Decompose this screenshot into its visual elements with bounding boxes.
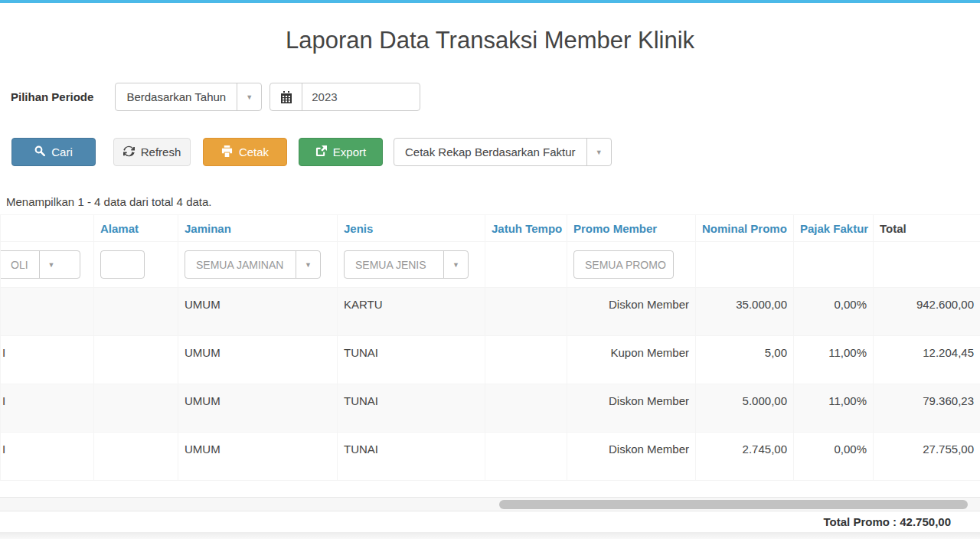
chevron-down-icon: ▼: [39, 251, 64, 278]
cetak-button[interactable]: Cetak: [203, 138, 287, 166]
period-label: Pilihan Periode: [11, 90, 93, 103]
result-summary: Menampilkan 1 - 4 data dari total 4 data…: [6, 195, 980, 209]
cell-alamat: [94, 384, 178, 433]
cell-first: I: [1, 384, 94, 433]
jaminan-filter-select[interactable]: SEMUA JAMINAN ▼: [185, 250, 321, 279]
column-header-jatuh-tempo[interactable]: Jatuh Tempo: [485, 215, 567, 242]
chevron-down-icon: ▼: [296, 251, 320, 278]
cetak-button-label: Cetak: [239, 145, 269, 158]
cell-total: 12.204,45: [874, 336, 980, 384]
cell-promo: Diskon Member: [567, 433, 696, 481]
cell-total: 79.360,23: [874, 384, 980, 433]
column-header-alamat[interactable]: Alamat: [94, 215, 178, 242]
transactions-table: Alamat Jaminan Jenis Jatuh Tempo Promo M…: [0, 214, 980, 481]
promo-filter-value: SEMUA PROMO: [574, 259, 674, 271]
period-mode-select[interactable]: Berdasarkan Tahun ▼: [115, 83, 262, 111]
export-icon: [315, 145, 327, 159]
filter-alamat-cell: [94, 242, 178, 288]
printer-icon: [221, 145, 233, 159]
top-accent-bar: [0, 0, 980, 3]
cell-pajak: 11,00%: [794, 384, 874, 433]
poli-filter-value: OLI: [1, 259, 39, 271]
jenis-filter-value: SEMUA JENIS: [345, 259, 443, 271]
cell-jaminan: UMUM: [178, 384, 338, 433]
column-header-jaminan[interactable]: Jaminan: [178, 215, 338, 242]
cari-button-label: Cari: [51, 145, 73, 158]
table-row: IUMUMTUNAIKupon Member5,0011,00%12.204,4…: [1, 336, 980, 384]
column-header-nominal-promo[interactable]: Nominal Promo: [696, 215, 794, 242]
cell-jenis: TUNAI: [338, 336, 485, 384]
cell-jenis: TUNAI: [338, 433, 485, 481]
cell-jatuh_tempo: [485, 288, 567, 336]
cari-button[interactable]: Cari: [11, 138, 96, 166]
refresh-button[interactable]: Refresh: [113, 138, 191, 166]
cell-first: [1, 288, 94, 336]
total-promo: Total Promo : 42.750,00: [0, 515, 980, 529]
cell-jaminan: UMUM: [178, 288, 338, 336]
jaminan-filter-value: SEMUA JAMINAN: [185, 259, 296, 271]
filter-nominal-cell: [696, 242, 794, 288]
chevron-down-icon: ▼: [237, 83, 261, 110]
rekap-select-value: Cetak Rekap Berdasarkan Faktur: [394, 145, 586, 158]
cell-promo: Diskon Member: [567, 288, 696, 336]
page-title: Laporan Data Transaksi Member Klinik: [0, 24, 980, 57]
poli-filter-select[interactable]: OLI ▼: [1, 250, 81, 279]
cell-nominal: 2.745,00: [696, 433, 794, 481]
cell-pajak: 0,00%: [794, 288, 874, 336]
chevron-down-icon: ▼: [586, 139, 611, 165]
search-icon: [34, 145, 45, 158]
export-button-label: Export: [333, 145, 366, 158]
table-row: UMUMKARTUDiskon Member35.000,000,00%942.…: [1, 288, 980, 336]
promo-filter-select[interactable]: SEMUA PROMO ▼: [573, 250, 674, 279]
cell-jatuh_tempo: [485, 433, 567, 481]
cell-pajak: 0,00%: [794, 433, 874, 481]
cell-promo: Kupon Member: [567, 336, 696, 384]
filter-total-cell: [874, 242, 980, 288]
filter-promo-cell: SEMUA PROMO ▼: [567, 242, 696, 288]
year-value: 2023: [302, 83, 346, 110]
rekap-select[interactable]: Cetak Rekap Berdasarkan Faktur ▼: [394, 138, 612, 166]
table-row: IUMUMTUNAIDiskon Member2.745,000,00%27.7…: [1, 433, 980, 481]
refresh-icon: [123, 145, 135, 159]
export-button[interactable]: Export: [299, 138, 383, 166]
cell-promo: Diskon Member: [567, 384, 696, 433]
column-header-jenis[interactable]: Jenis: [338, 215, 485, 242]
filter-row: OLI ▼ SEMUA JAMINAN ▼ SEMUA JENIS ▼: [1, 242, 980, 288]
filter-jatuh-tempo-cell: [485, 242, 567, 288]
filter-jaminan-cell: SEMUA JAMINAN ▼: [178, 242, 338, 288]
table-row: IUMUMTUNAIDiskon Member5.000,0011,00%79.…: [1, 384, 980, 433]
column-header-pajak-faktur[interactable]: Pajak Faktur: [794, 215, 874, 242]
jenis-filter-select[interactable]: SEMUA JENIS ▼: [344, 250, 469, 279]
toolbar: Cari Refresh Cetak Export Cetak Rekap Be…: [11, 138, 980, 166]
cell-alamat: [94, 336, 178, 384]
alamat-filter-input[interactable]: [100, 250, 145, 279]
period-mode-value: Berdasarkan Tahun: [116, 90, 237, 103]
calendar-icon: [270, 83, 302, 110]
cell-jaminan: UMUM: [178, 433, 338, 481]
horizontal-scrollbar-track[interactable]: [0, 497, 980, 511]
column-header-first: [1, 215, 94, 242]
filter-jenis-cell: SEMUA JENIS ▼: [338, 242, 485, 288]
cell-total: 942.600,00: [874, 288, 980, 336]
cell-pajak: 11,00%: [794, 336, 874, 384]
year-input-group[interactable]: 2023: [270, 83, 420, 111]
cell-nominal: 5.000,00: [696, 384, 794, 433]
cell-jatuh_tempo: [485, 336, 567, 384]
panel-shadow: [0, 532, 980, 539]
chevron-down-icon: ▼: [443, 251, 468, 278]
filter-first-cell: OLI ▼: [1, 242, 94, 288]
header-row: Alamat Jaminan Jenis Jatuh Tempo Promo M…: [1, 215, 980, 242]
cell-nominal: 35.000,00: [696, 288, 794, 336]
cell-first: I: [1, 433, 94, 481]
column-header-promo-member[interactable]: Promo Member: [567, 215, 696, 242]
cell-total: 27.755,00: [874, 433, 980, 481]
cell-first: I: [1, 336, 94, 384]
cell-alamat: [94, 433, 178, 481]
refresh-button-label: Refresh: [141, 145, 181, 158]
cell-jaminan: UMUM: [178, 336, 338, 384]
period-controls: Pilihan Periode Berdasarkan Tahun ▼ 2023: [11, 83, 980, 111]
horizontal-scrollbar-thumb[interactable]: [499, 500, 968, 509]
cell-alamat: [94, 288, 178, 336]
column-header-total: Total: [874, 215, 980, 242]
cell-jenis: KARTU: [338, 288, 485, 336]
